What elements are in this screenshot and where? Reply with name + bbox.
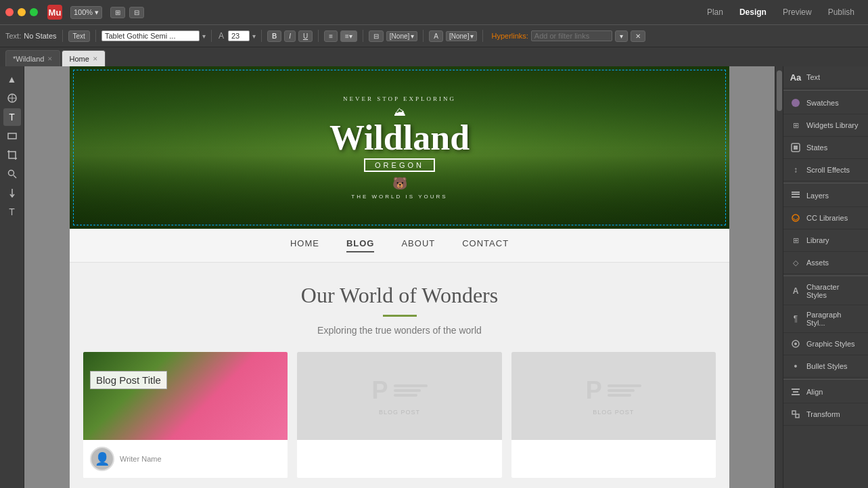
card-1-title-overlay[interactable]: Blog Post Title: [90, 371, 167, 389]
svg-rect-17: [796, 414, 799, 418]
panel-library-label: Library: [806, 236, 829, 244]
canvas-area[interactable]: NEVER STOP EXPLORING ⛰ Wildland OREGON 🐻…: [24, 66, 783, 488]
underline-btn[interactable]: U: [298, 30, 313, 42]
panel-layers[interactable]: Layers: [783, 185, 868, 207]
hero-mountain-icon: ⛰: [394, 105, 406, 119]
tab-home-close[interactable]: ✕: [93, 56, 98, 62]
panel-scroll-effects[interactable]: ↕ Scroll Effects: [783, 159, 868, 181]
nav-about[interactable]: ABOUT: [401, 238, 435, 252]
card-3-bottom: [511, 440, 716, 460]
nav-publish[interactable]: Publish: [820, 5, 863, 20]
font-size-input[interactable]: [228, 30, 250, 41]
crop-tool[interactable]: [3, 146, 21, 164]
cc-libraries-panel-icon: [790, 213, 801, 223]
panel-divider-2: [783, 183, 868, 183]
tab-home[interactable]: Home ✕: [62, 50, 105, 66]
sep-2: [95, 30, 96, 42]
panel-cc-libraries[interactable]: CC Libraries: [783, 207, 868, 229]
panel-states[interactable]: States: [783, 137, 868, 159]
left-toolbar: ▲ T T: [0, 66, 24, 488]
minimize-button[interactable]: [18, 8, 26, 16]
select-tool[interactable]: ▲: [3, 70, 21, 88]
nav-contact[interactable]: CONTACT: [462, 238, 509, 252]
card-2-image: P BLOG POST: [297, 352, 501, 440]
font-type-btn[interactable]: Text: [68, 30, 90, 42]
nav-home[interactable]: HOME: [290, 238, 319, 252]
text-tool[interactable]: T: [3, 108, 21, 126]
vertical-scrollbar[interactable]: [775, 66, 783, 488]
panel-assets-label: Assets: [806, 259, 829, 267]
rectangle-tool[interactable]: [3, 127, 21, 145]
panel-align[interactable]: Align: [783, 381, 868, 403]
close-button[interactable]: [5, 8, 14, 16]
zoom-tool[interactable]: [3, 165, 21, 183]
italic-btn[interactable]: I: [284, 30, 296, 42]
nav-design[interactable]: Design: [731, 5, 775, 20]
nav-plan[interactable]: Plan: [699, 5, 731, 20]
hyperlinks-close-btn[interactable]: ✕: [631, 30, 645, 42]
panel-bullet-styles[interactable]: • Bullet Styles: [783, 355, 868, 378]
panel-widgets-label: Widgets Library: [806, 121, 858, 129]
hero-bear-icon: 🐻: [392, 176, 407, 191]
nav-preview[interactable]: Preview: [775, 5, 820, 20]
hyperlinks-dropdown-btn[interactable]: ▾: [615, 30, 628, 42]
hyperlinks-input[interactable]: [531, 30, 612, 41]
tab-wildland[interactable]: *Wildland ✕: [5, 50, 60, 66]
svg-rect-8: [792, 196, 800, 198]
paragraph-style-dropdown-icon: ▾: [411, 32, 414, 40]
panel-text[interactable]: Aa Text: [783, 66, 868, 89]
hyperlinks-label: Hyperlinks:: [491, 32, 528, 40]
svg-rect-14: [793, 391, 798, 393]
panel-library[interactable]: ⊞ Library: [783, 229, 868, 252]
zoom-value: 100%: [74, 8, 93, 16]
panel-assets[interactable]: ◇ Assets: [783, 252, 868, 274]
panel-swatches[interactable]: Swatches: [783, 92, 868, 114]
font-dropdown-icon[interactable]: ▾: [202, 32, 206, 40]
scrollbar-thumb[interactable]: [777, 70, 782, 111]
layers-panel-icon: [790, 190, 801, 201]
placeholder-lines-3: [608, 384, 641, 397]
spacing-btn[interactable]: ⊟: [369, 30, 384, 42]
layout-btn-1[interactable]: ⊞: [110, 7, 125, 18]
blog-title: Our World of Wonders: [83, 283, 716, 308]
font-size-dropdown-icon[interactable]: ▾: [252, 32, 256, 40]
transform-tool[interactable]: [3, 89, 21, 107]
hero-logo: Wildland: [329, 120, 470, 156]
maximize-button[interactable]: [30, 8, 38, 16]
pin-tool[interactable]: [3, 184, 21, 202]
list-style-btn[interactable]: ≡▾: [340, 30, 357, 42]
panel-transform[interactable]: Transform: [783, 403, 868, 426]
blog-content: Our World of Wonders Exploring the true …: [70, 263, 729, 488]
card-2-placeholder: P BLOG POST: [297, 352, 501, 440]
placeholder-line-3-3: [608, 394, 631, 397]
character-style-selector[interactable]: [None] ▾: [446, 31, 477, 41]
svg-rect-7: [792, 194, 800, 195]
character-style-dropdown-icon: ▾: [470, 32, 474, 40]
tab-wildland-label: *Wildland: [13, 55, 44, 63]
card-1-writer: Writer Name: [120, 455, 162, 463]
panel-widgets[interactable]: ⊞ Widgets Library: [783, 114, 868, 137]
char-style-btn-icon[interactable]: A: [429, 30, 443, 42]
card-3-placeholder: P BLOG POST: [511, 352, 716, 440]
text-tool-bottom[interactable]: T: [3, 203, 21, 221]
zoom-dropdown-icon: ▾: [95, 8, 99, 17]
card-1-image: Blog Post Title: [83, 352, 288, 440]
card-2-bottom: [297, 440, 501, 460]
nav-blog[interactable]: BLOG: [346, 238, 375, 252]
font-name-input[interactable]: [101, 30, 200, 41]
sep-8: [482, 30, 483, 42]
placeholder-line-3-1: [608, 384, 641, 387]
svg-line-3: [14, 175, 16, 178]
layout-btn-2[interactable]: ⊟: [129, 7, 144, 18]
panel-graphic-styles[interactable]: Graphic Styles: [783, 333, 868, 355]
tab-wildland-close[interactable]: ✕: [47, 56, 53, 62]
paragraph-style-selector[interactable]: [None] ▾: [386, 31, 417, 41]
top-nav: Plan Design Preview Publish: [699, 5, 863, 20]
list-btn[interactable]: ≡: [324, 30, 338, 42]
panel-character-styles[interactable]: A Character Styles: [783, 278, 868, 305]
bold-btn[interactable]: B: [267, 30, 281, 42]
panel-paragraph-styles[interactable]: ¶ Paragraph Styl...: [783, 305, 868, 333]
zoom-selector[interactable]: 100% ▾: [70, 6, 102, 19]
card-3-label: BLOG POST: [593, 409, 634, 416]
placeholder-p-2: P: [371, 376, 388, 405]
